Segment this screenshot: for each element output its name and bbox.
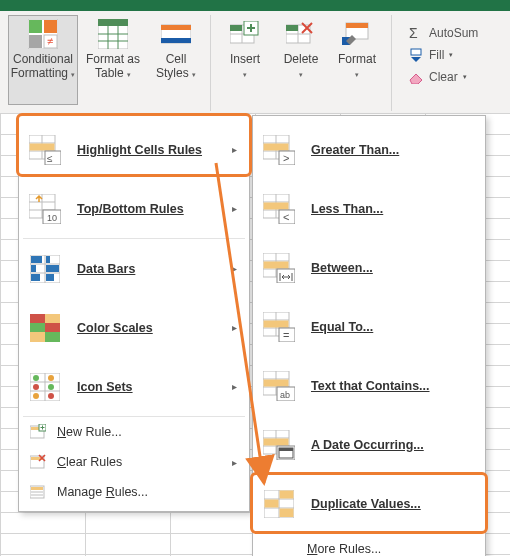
svg-rect-60 — [45, 323, 60, 332]
cell-styles-label-1: Cell — [166, 52, 187, 66]
menu-highlight-cells-rules[interactable]: ≤ Highlight Cells Rules ▸ — [21, 120, 247, 179]
svg-point-69 — [33, 384, 39, 390]
menu-icon-sets[interactable]: Icon Sets ▸ — [21, 357, 247, 416]
clear-button[interactable]: Clear ▾ — [408, 69, 478, 85]
menu-more-rules[interactable]: More Rules... — [255, 534, 483, 556]
menu-label: Highlight Cells Rules — [77, 143, 202, 157]
svg-point-72 — [48, 393, 54, 399]
submenu-arrow-icon: ▸ — [232, 144, 237, 155]
format-as-table-button[interactable]: Format as Table ▾ — [78, 15, 148, 105]
svg-rect-29 — [346, 23, 368, 28]
svg-rect-113 — [264, 320, 289, 327]
svg-rect-97 — [264, 202, 289, 209]
menu-manage-rules[interactable]: Manage Rules... — [21, 477, 247, 507]
format-as-table-label-2: Table — [95, 66, 124, 80]
dropdown-arrow-icon: ▾ — [71, 71, 75, 78]
less-than-icon: < — [263, 194, 295, 224]
submenu-arrow-icon: ▸ — [232, 263, 237, 274]
delete-button[interactable]: Delete▾ — [273, 15, 329, 105]
menu-label: New Rule... — [57, 425, 122, 439]
submenu-arrow-icon: ▸ — [232, 322, 237, 333]
menu-text-that-contains[interactable]: ab Text that Contains... — [255, 356, 483, 415]
svg-point-70 — [48, 384, 54, 390]
ribbon-group-editing: Σ AutoSum Fill ▾ Clear ▾ — [392, 15, 508, 111]
svg-rect-3 — [29, 35, 42, 48]
menu-label: Between... — [311, 261, 373, 275]
manage-rules-icon — [29, 483, 47, 501]
svg-rect-50 — [31, 256, 42, 263]
menu-greater-than[interactable]: > Greater Than... — [255, 120, 483, 179]
menu-label: Clear Rules — [57, 455, 122, 469]
svg-rect-25 — [286, 25, 298, 31]
menu-label: Manage Rules... — [57, 485, 148, 499]
text-contains-icon: ab — [263, 371, 295, 401]
conditional-formatting-button[interactable]: ≠ Conditional Formatting ▾ — [8, 15, 78, 105]
menu-label: Text that Contains... — [311, 379, 430, 393]
data-bars-icon — [29, 254, 61, 284]
svg-point-68 — [48, 375, 54, 381]
duplicate-values-icon — [263, 489, 295, 519]
svg-text:=: = — [283, 329, 289, 341]
greater-than-icon: > — [263, 135, 295, 165]
svg-rect-2 — [44, 20, 57, 33]
svg-rect-61 — [30, 332, 45, 342]
format-as-table-icon — [97, 18, 129, 50]
fill-button[interactable]: Fill ▾ — [408, 47, 478, 63]
menu-clear-rules[interactable]: Clear Rules ▸ — [21, 447, 247, 477]
format-icon — [341, 18, 373, 50]
dropdown-arrow-icon: ▾ — [355, 71, 359, 78]
svg-rect-120 — [264, 379, 289, 386]
svg-rect-55 — [46, 274, 54, 281]
clear-rules-icon — [29, 453, 47, 471]
menu-color-scales[interactable]: Color Scales ▸ — [21, 298, 247, 357]
autosum-label: AutoSum — [429, 26, 478, 40]
insert-button[interactable]: Insert▾ — [217, 15, 273, 105]
menu-equal-to[interactable]: = Equal To... — [255, 297, 483, 356]
menu-label: Greater Than... — [311, 143, 399, 157]
autosum-button[interactable]: Σ AutoSum — [408, 25, 478, 41]
menu-label: More Rules... — [307, 542, 381, 556]
ribbon-group-cells: Insert▾ Delete▾ Format▾ — [211, 15, 392, 111]
svg-rect-137 — [280, 508, 294, 517]
dropdown-arrow-icon: ▾ — [127, 71, 131, 78]
format-button[interactable]: Format▾ — [329, 15, 385, 105]
delete-label: Delete — [284, 52, 319, 66]
titlebar — [0, 0, 510, 11]
top-bottom-rules-icon: 10 — [29, 194, 61, 224]
svg-rect-1 — [29, 20, 42, 33]
dropdown-arrow-icon: ▾ — [463, 73, 467, 81]
dropdown-arrow-icon: ▾ — [299, 71, 303, 78]
menu-data-bars[interactable]: Data Bars ▸ — [21, 239, 247, 298]
svg-text:<: < — [283, 211, 289, 223]
svg-rect-62 — [45, 332, 60, 342]
svg-rect-104 — [264, 261, 289, 268]
svg-point-67 — [33, 375, 39, 381]
submenu-arrow-icon: ▸ — [232, 457, 237, 468]
menu-label: Duplicate Values... — [311, 497, 421, 511]
cell-styles-button[interactable]: Cell Styles ▾ — [148, 15, 204, 105]
menu-less-than[interactable]: < Less Than... — [255, 179, 483, 238]
menu-label: Top/Bottom Rules — [77, 202, 184, 216]
menu-new-rule[interactable]: New Rule... — [21, 417, 247, 447]
cell-styles-icon — [160, 18, 192, 50]
menu-duplicate-values[interactable]: Duplicate Values... — [255, 474, 483, 533]
svg-text:Σ: Σ — [409, 26, 418, 40]
menu-label: Less Than... — [311, 202, 383, 216]
dropdown-arrow-icon: ▾ — [449, 51, 453, 59]
svg-rect-90 — [264, 143, 289, 150]
delete-icon — [285, 18, 317, 50]
menu-a-date-occurring[interactable]: A Date Occurring... — [255, 415, 483, 474]
svg-text:10: 10 — [47, 213, 57, 223]
svg-rect-18 — [230, 25, 242, 31]
svg-text:≠: ≠ — [47, 35, 53, 47]
menu-top-bottom-rules[interactable]: 10 Top/Bottom Rules ▸ — [21, 179, 247, 238]
date-occurring-icon — [263, 430, 295, 460]
equal-to-icon: = — [263, 312, 295, 342]
svg-rect-32 — [411, 49, 421, 55]
svg-rect-83 — [31, 487, 43, 490]
new-rule-icon — [29, 423, 47, 441]
svg-text:≤: ≤ — [47, 153, 53, 164]
menu-between[interactable]: Between... — [255, 238, 483, 297]
conditional-formatting-label-1: Conditional — [13, 52, 73, 66]
format-as-table-label-1: Format as — [86, 52, 140, 66]
